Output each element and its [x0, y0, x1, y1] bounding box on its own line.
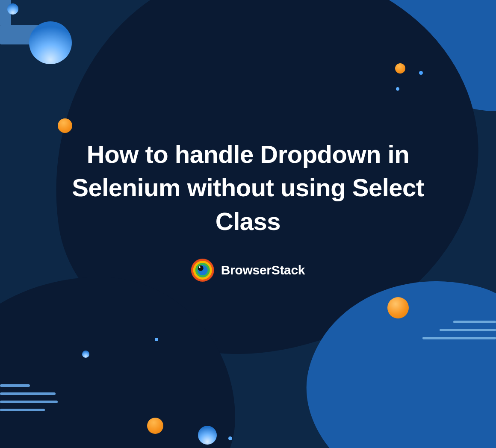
- brand-name: BrowserStack: [221, 263, 305, 277]
- decorative-circle: [419, 71, 423, 75]
- decorative-circle: [198, 426, 217, 445]
- decorative-circle: [29, 21, 72, 64]
- decorative-circle: [147, 418, 163, 434]
- page-title: How to handle Dropdown in Selenium witho…: [60, 138, 436, 238]
- decorative-circle: [228, 436, 232, 440]
- decorative-circle: [82, 351, 89, 358]
- decorative-circle: [395, 63, 405, 74]
- decorative-circle: [396, 87, 399, 91]
- decorative-circle: [387, 297, 409, 318]
- brand-logo: BrowserStack: [191, 259, 305, 282]
- promo-banner: How to handle Dropdown in Selenium witho…: [0, 0, 496, 448]
- decorative-circle: [58, 118, 72, 133]
- decorative-lines: [419, 321, 496, 339]
- decorative-lines: [0, 384, 58, 411]
- decorative-circle: [7, 3, 18, 15]
- decorative-circle: [155, 338, 158, 341]
- browserstack-logo-icon: [191, 259, 214, 282]
